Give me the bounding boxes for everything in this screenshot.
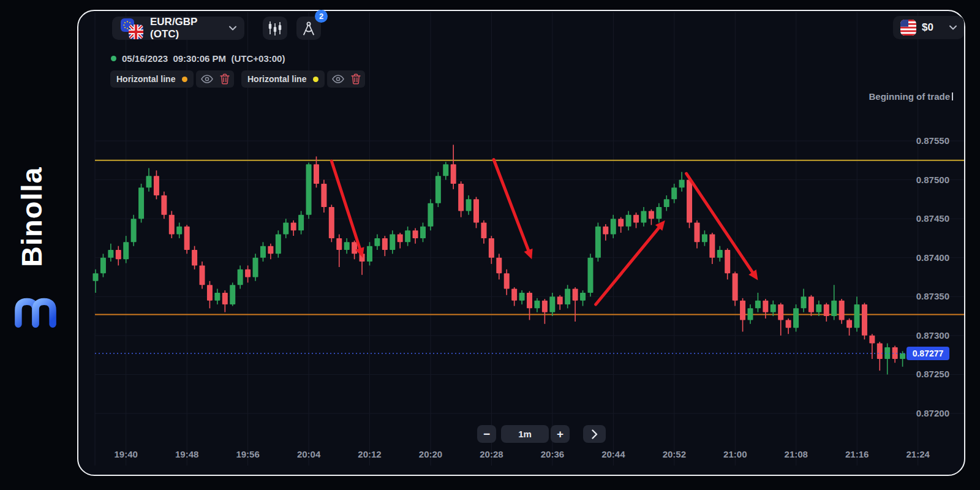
chevron-right-icon	[592, 429, 598, 439]
candle	[786, 320, 791, 328]
time-tick-label: 19:40	[115, 449, 138, 459]
candle	[207, 285, 213, 300]
candle	[778, 304, 783, 320]
time-tick-label: 20:28	[480, 449, 503, 459]
candle	[809, 296, 814, 312]
candle	[321, 184, 326, 207]
compass-icon	[301, 21, 316, 36]
account-balance: $0	[922, 21, 933, 34]
server-time: 05/16/2023 09:30:06 PM (UTC+03:00)	[111, 53, 285, 64]
candle	[694, 223, 699, 243]
candle	[245, 270, 251, 277]
price-tick-label: 0.87450	[916, 213, 949, 224]
tools-badge-count: 2	[315, 10, 328, 23]
time-tick-label: 21:24	[906, 449, 930, 459]
candles-layer	[93, 145, 906, 374]
price-tick-label: 0.87500	[916, 175, 949, 185]
candle	[200, 265, 205, 285]
candle	[283, 223, 288, 235]
scroll-forward-button[interactable]	[583, 425, 606, 443]
candle	[260, 246, 266, 258]
candlestick-chart-icon	[268, 20, 282, 36]
horizontal-line-badge-1[interactable]: Horizontal line	[110, 70, 194, 88]
candle	[192, 250, 197, 265]
line-color-dot-yellow	[313, 77, 318, 82]
trend-arrow	[494, 160, 530, 254]
timestamp-text: 05/16/2023 09:30:06 PM (UTC+03:00)	[122, 53, 285, 64]
candle	[382, 238, 388, 250]
horizontal-line-label: Horizontal line	[247, 74, 306, 84]
candle	[587, 258, 593, 293]
candle	[398, 235, 403, 243]
candle	[527, 293, 532, 308]
live-indicator-dot	[111, 56, 116, 61]
time-tick-label: 20:36	[541, 449, 564, 459]
price-tick-label: 0.87400	[916, 252, 949, 263]
candle	[717, 250, 723, 258]
candle	[519, 293, 525, 301]
candle	[336, 238, 342, 250]
price-tick-label: 0.87350	[916, 291, 949, 301]
visibility-icon[interactable]	[332, 75, 344, 83]
account-selector[interactable]: $0	[893, 16, 964, 39]
candle	[709, 235, 715, 258]
candle	[626, 215, 631, 227]
zoom-in-button[interactable]: +	[551, 425, 570, 443]
time-tick-label: 20:20	[419, 449, 442, 459]
candle	[580, 293, 586, 301]
time-tick-label: 19:48	[175, 449, 198, 459]
delete-icon[interactable]	[220, 74, 230, 85]
candle	[633, 215, 639, 223]
candle	[435, 176, 441, 203]
candle	[214, 293, 220, 301]
time-tick-label: 21:00	[723, 449, 747, 459]
candle	[496, 258, 502, 273]
candle	[329, 207, 334, 238]
candle	[184, 227, 190, 250]
candle	[747, 308, 753, 320]
delete-icon[interactable]	[351, 74, 361, 85]
candle	[649, 211, 654, 219]
candle	[352, 242, 357, 254]
candle	[679, 180, 685, 188]
candle	[595, 227, 601, 258]
horizontal-line-label: Horizontal line	[116, 74, 175, 84]
horizontal-line-badge-2[interactable]: Horizontal line	[241, 70, 325, 88]
beginning-of-trade-label: Beginning of trade	[869, 91, 954, 102]
chart-type-button[interactable]	[263, 17, 287, 40]
symbol-selector[interactable]: EUR/GBP (OTC)	[112, 17, 244, 40]
candle	[489, 238, 494, 258]
candle	[306, 164, 312, 215]
beginning-of-trade-text: Beginning of trade	[869, 91, 951, 102]
candle	[374, 238, 380, 246]
candle	[314, 164, 319, 184]
candle	[671, 187, 677, 199]
candle	[725, 250, 730, 273]
candle	[169, 215, 175, 235]
candle	[687, 180, 692, 223]
candle	[291, 223, 296, 231]
candle	[344, 242, 350, 250]
candle	[473, 199, 479, 222]
interval-button[interactable]: 1m	[501, 425, 549, 443]
candle	[458, 184, 464, 211]
candle	[176, 227, 182, 235]
candle	[618, 219, 624, 227]
visibility-icon[interactable]	[201, 75, 213, 83]
candle	[702, 235, 707, 243]
candle	[405, 230, 410, 242]
horizontal-line-actions-1	[196, 70, 234, 88]
candle	[877, 344, 883, 359]
time-tick-label: 21:16	[845, 449, 869, 459]
candle	[276, 235, 281, 254]
zoom-out-button[interactable]: −	[477, 425, 496, 443]
candle	[413, 230, 418, 238]
chevron-down-icon	[949, 25, 957, 30]
candle	[466, 199, 472, 211]
app-root: 19:4019:4819:5620:0420:1220:2020:2820:36…	[0, 0, 980, 490]
candle	[755, 301, 761, 309]
candle	[656, 207, 662, 219]
candle	[253, 258, 258, 277]
candle	[664, 199, 669, 207]
candle	[367, 246, 372, 262]
